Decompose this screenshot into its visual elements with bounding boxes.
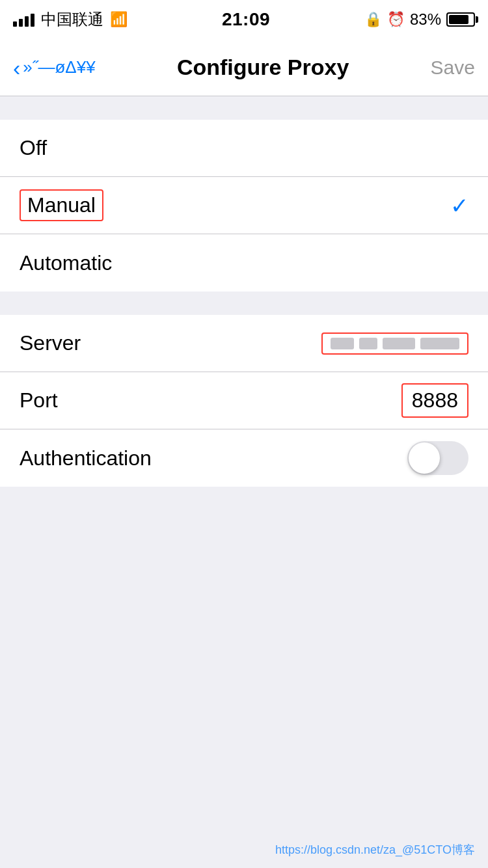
port-value-box[interactable]: 8888 bbox=[401, 383, 468, 418]
battery-percent: 83% bbox=[410, 10, 441, 29]
status-bar: 中国联通 📶 21:09 🔒 ⏰ 83% bbox=[0, 0, 488, 39]
server-blur-1 bbox=[331, 338, 354, 349]
proxy-off-option[interactable]: Off bbox=[0, 120, 488, 177]
signal-bar-3 bbox=[25, 16, 29, 27]
page-title: Configure Proxy bbox=[177, 55, 349, 80]
proxy-manual-label: Manual bbox=[20, 189, 103, 221]
proxy-manual-option[interactable]: Manual ✓ bbox=[0, 177, 488, 234]
bottom-gap bbox=[0, 487, 488, 747]
battery-icon bbox=[446, 12, 475, 27]
nav-bar: ‹ »˝—øΔ¥¥ Configure Proxy Save bbox=[0, 39, 488, 96]
save-button[interactable]: Save bbox=[431, 57, 475, 79]
proxy-automatic-option[interactable]: Automatic bbox=[0, 234, 488, 292]
manual-proxy-section: Server Port 8888 Authentication bbox=[0, 315, 488, 487]
signal-bar-4 bbox=[31, 14, 34, 27]
proxy-off-label: Off bbox=[20, 136, 47, 160]
signal-bars-icon bbox=[13, 12, 34, 27]
battery-fill bbox=[449, 15, 468, 24]
carrier-name: 中国联通 bbox=[41, 9, 103, 30]
server-label: Server bbox=[20, 331, 81, 355]
proxy-type-section: Off Manual ✓ Automatic bbox=[0, 120, 488, 292]
status-time: 21:09 bbox=[222, 9, 270, 30]
status-right: 🔒 ⏰ 83% bbox=[364, 10, 475, 29]
server-blur-2 bbox=[359, 338, 377, 349]
section-gap-top bbox=[0, 96, 488, 120]
lock-icon: 🔒 bbox=[364, 11, 382, 28]
server-blur-4 bbox=[420, 338, 459, 349]
server-value-box[interactable] bbox=[321, 332, 468, 355]
signal-bar-1 bbox=[13, 21, 17, 27]
section-gap-mid bbox=[0, 292, 488, 315]
back-chevron-icon: ‹ bbox=[13, 57, 20, 79]
port-label: Port bbox=[20, 388, 58, 413]
signal-bar-2 bbox=[19, 19, 23, 27]
authentication-label: Authentication bbox=[20, 446, 152, 470]
server-blur-3 bbox=[383, 338, 415, 349]
selected-checkmark-icon: ✓ bbox=[450, 193, 468, 219]
toggle-knob bbox=[409, 442, 440, 474]
wifi-icon: 📶 bbox=[110, 11, 128, 28]
back-button[interactable]: ‹ »˝—øΔ¥¥ bbox=[13, 57, 96, 79]
alarm-icon: ⏰ bbox=[387, 11, 405, 28]
authentication-row[interactable]: Authentication bbox=[0, 429, 488, 487]
server-row[interactable]: Server bbox=[0, 315, 488, 372]
port-value: 8888 bbox=[412, 388, 458, 412]
watermark: https://blog.csdn.net/za_@51CTO博客 bbox=[275, 842, 475, 858]
back-label: »˝—øΔ¥¥ bbox=[23, 57, 95, 77]
status-left: 中国联通 📶 bbox=[13, 9, 128, 30]
proxy-automatic-label: Automatic bbox=[20, 251, 112, 275]
port-row[interactable]: Port 8888 bbox=[0, 372, 488, 429]
authentication-toggle[interactable] bbox=[407, 441, 468, 475]
